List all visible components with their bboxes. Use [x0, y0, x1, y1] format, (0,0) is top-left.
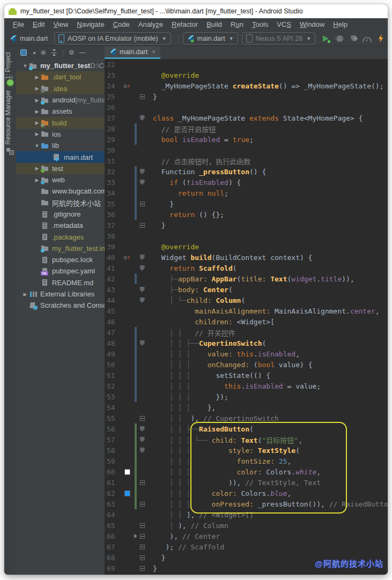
chevron-collapsed-icon[interactable]: ▶: [34, 86, 40, 91]
fold-open-marker[interactable]: [140, 426, 145, 432]
menu-edit[interactable]: Edit: [28, 18, 49, 31]
fold-close-marker[interactable]: [140, 566, 145, 571]
fold-open-marker[interactable]: [140, 340, 145, 346]
code-line-26[interactable]: 26: [105, 102, 388, 113]
code-line-30[interactable]: 30: [105, 145, 388, 155]
code-line-22[interactable]: 22: [105, 59, 388, 70]
chevron-collapsed-icon[interactable]: ▶: [34, 98, 40, 103]
chevron-expanded-icon[interactable]: ▼: [23, 63, 28, 69]
code-line-29[interactable]: 29 bool isEnabled = true;: [105, 134, 388, 145]
code-line-57[interactable]: 57 │ │ │ └── child: Text("目标按钮",: [105, 434, 388, 445]
code-line-55[interactable]: 55 │ │ ), // CupertinoSwitch: [105, 413, 388, 423]
code-line-47[interactable]: 47 │ │ // 开关控件: [105, 327, 388, 338]
fold-open-marker[interactable]: [140, 169, 145, 174]
fold-open-marker[interactable]: [140, 287, 145, 292]
tree-item-External-Libraries[interactable]: ▶External Libraries: [16, 288, 105, 300]
chevron-collapsed-icon[interactable]: ▶: [34, 120, 40, 125]
menu-build[interactable]: Build: [202, 18, 226, 31]
fold-open-marker[interactable]: [140, 255, 145, 260]
tree-item-lib[interactable]: ▼lib: [16, 140, 105, 151]
tree-item-assets[interactable]: ▶assets: [16, 106, 105, 117]
code-line-44[interactable]: 44 │ └─child: Column(: [105, 295, 388, 306]
code-line-56[interactable]: 56 │ │ ├──RaisedButton(: [105, 423, 388, 434]
fold-close-marker[interactable]: [140, 202, 145, 206]
tree-item-main.dart[interactable]: main.dart: [16, 151, 105, 162]
code-line-31[interactable]: 31 // 点击按钮时，执行此函数: [105, 155, 388, 166]
menu-vcs[interactable]: VCS: [272, 18, 295, 31]
menu-help[interactable]: Help: [329, 18, 352, 31]
code-line-65[interactable]: 65 │ ), // Column: [105, 520, 388, 531]
code-line-49[interactable]: 49 │ │ │ value: this.isEnabled,: [105, 348, 388, 359]
fold-close-marker[interactable]: [140, 223, 145, 228]
resource-manager-icon[interactable]: [6, 146, 14, 154]
code-line-40[interactable]: 40o↑ Widget build(BuildContext context) …: [105, 252, 388, 263]
tree-item--[interactable]: 阿航的技术小站: [16, 197, 105, 209]
code-line-42[interactable]: 42 ├─appBar: AppBar(title: Text(widget.t…: [105, 273, 388, 284]
tree-item-android[interactable]: ▶android [my_flutter_test_android]: [16, 94, 105, 106]
deploy-target-dropdown[interactable]: Nexus S API 28▼: [242, 32, 315, 44]
code-line-27[interactable]: 27class _MyHomePageState extends State<M…: [105, 113, 388, 123]
fold-open-marker[interactable]: [140, 437, 145, 442]
view-options-icon[interactable]: .▾: [32, 50, 36, 56]
tree-item-test[interactable]: ▶test: [16, 163, 105, 174]
code-line-32[interactable]: 32 Function _pressButton() {: [105, 166, 388, 177]
locate-file-icon[interactable]: ⊕: [41, 49, 46, 56]
fold-open-marker[interactable]: [140, 115, 145, 121]
tree-item-web[interactable]: ▶web: [16, 174, 105, 185]
tree-item-pubspec.yaml[interactable]: pubspec.yaml: [16, 265, 105, 277]
menu-refactor[interactable]: Refactor: [167, 18, 202, 31]
code-line-62[interactable]: 62 │ │ │ color: Colors.blue,: [105, 488, 388, 499]
tree-item-README.md[interactable]: README.md: [16, 277, 105, 288]
tool-window-tab-resource-manager[interactable]: Resource Manager: [4, 91, 16, 145]
menu-view[interactable]: View: [49, 18, 72, 31]
tree-item-my_flutter_test.iml[interactable]: my_flutter_test.iml: [16, 243, 105, 254]
chevron-collapsed-icon[interactable]: ▶: [34, 177, 40, 183]
fold-open-marker[interactable]: [140, 265, 145, 271]
editor-tab-main-dart[interactable]: main.dart ×: [105, 46, 160, 59]
run-config-dropdown[interactable]: main.dart▼: [183, 32, 238, 44]
profiler-button[interactable]: [363, 34, 372, 43]
code-line-25[interactable]: 25}: [105, 91, 388, 102]
debug-button[interactable]: [335, 34, 345, 43]
fold-close-marker[interactable]: [140, 555, 145, 560]
tree-item-my_flutter_test[interactable]: ▼my_flutter_test D:\Code\Self\my_flutter…: [16, 60, 105, 71]
menu-file[interactable]: File: [9, 18, 28, 31]
tree-item-www.bugcatt.com[interactable]: www.bugcatt.com: [16, 185, 105, 197]
gear-icon[interactable]: ⚙: [69, 49, 75, 56]
color-preview-chip[interactable]: [124, 469, 130, 475]
run-button[interactable]: [321, 34, 331, 43]
menu-navigate[interactable]: Navigate: [72, 18, 108, 31]
code-line-61[interactable]: 61 │ │ │ )), // TextStyle, Text: [105, 477, 388, 488]
code-line-43[interactable]: 43 ├─body: Center(: [105, 284, 388, 295]
close-tab-icon[interactable]: ×: [152, 48, 156, 56]
code-line-36[interactable]: 36 return () {};: [105, 209, 388, 220]
code-line-39[interactable]: 39 @override: [105, 241, 388, 252]
code-line-58[interactable]: 58 │ │ │ style: TextStyle(: [105, 445, 388, 456]
fold-close-marker[interactable]: [140, 502, 145, 507]
menu-run[interactable]: Run: [226, 18, 248, 31]
tool-window-tab-project[interactable]: 1: Project: [4, 54, 16, 79]
fold-open-marker[interactable]: [140, 180, 145, 185]
hide-panel-icon[interactable]: —: [79, 49, 86, 56]
code-line-24[interactable]: 24o↑ _MyHomePageState createState() => _…: [105, 80, 388, 91]
collapse-all-icon[interactable]: [51, 49, 57, 56]
menu-tools[interactable]: Tools: [248, 18, 272, 31]
fold-open-marker[interactable]: [140, 448, 145, 453]
tree-item-build[interactable]: ▶build: [16, 117, 105, 128]
chevron-collapsed-icon[interactable]: ▶: [34, 109, 40, 114]
code-line-59[interactable]: 59 │ │ │ fontSize: 25,: [105, 456, 388, 466]
tree-item-ios[interactable]: ▶ios: [16, 129, 105, 140]
code-line-45[interactable]: 45 mainAxisAlignment: MainAxisAlignment.…: [105, 306, 388, 316]
chevron-collapsed-icon[interactable]: ▶: [34, 131, 40, 137]
code-line-41[interactable]: 41 return Scaffold(: [105, 263, 388, 273]
code-line-33[interactable]: 33 if (!isEnabled) {: [105, 177, 388, 188]
code-line-35[interactable]: 35 }: [105, 198, 388, 209]
fold-close-marker[interactable]: [140, 94, 145, 99]
flutter-hot-reload-button[interactable]: [376, 34, 386, 43]
fold-close-marker[interactable]: [140, 523, 145, 528]
code-line-38[interactable]: 38: [105, 230, 388, 241]
tree-item-.idea[interactable]: ▶.idea: [16, 83, 105, 94]
chevron-collapsed-icon[interactable]: ▶: [23, 292, 28, 297]
code-line-52[interactable]: 52 │ │ │ this.isEnabled = value;: [105, 381, 388, 391]
fold-open-marker[interactable]: [140, 298, 145, 303]
